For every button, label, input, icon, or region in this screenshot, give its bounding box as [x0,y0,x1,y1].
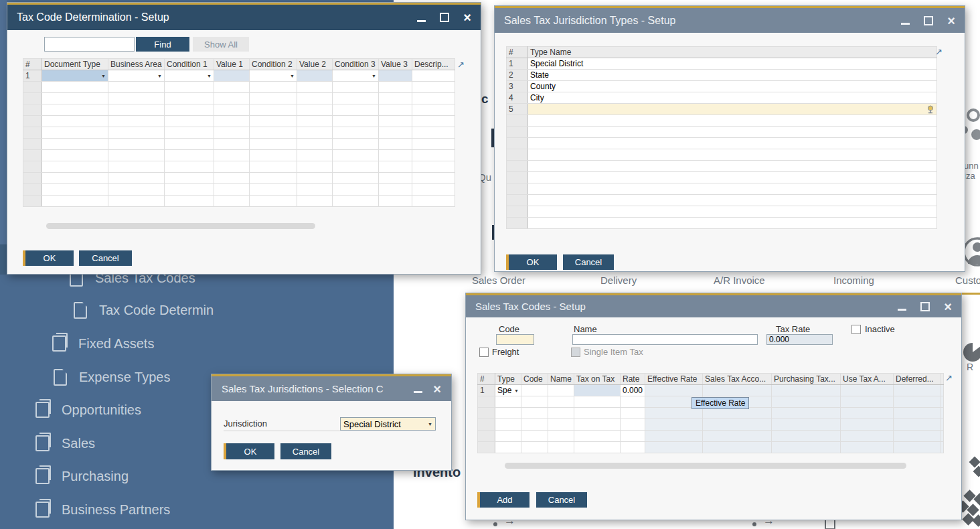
sidebar-item-label: Sales [62,436,95,451]
titlebar[interactable]: Sales Tax Codes - Setup [466,295,961,317]
grid-header-row: #Type Name [507,47,937,58]
name-label: Name [574,324,597,334]
type-name-cell[interactable]: Special District [528,58,937,70]
rate-cell[interactable]: 0.000 [621,385,645,396]
deferred-tax-cell[interactable] [894,385,941,396]
gold-accent-strip [962,293,980,295]
value-1-cell[interactable] [214,70,250,82]
grid-header-row: #TypeCode NameTax on TaxRate Effective R… [478,374,944,385]
jurisdiction-label: Jurisdiction [224,419,340,431]
background-text-fragment: iza [964,171,975,181]
minimize-icon[interactable] [901,23,910,25]
inactive-checkbox[interactable] [851,325,861,334]
sidebar-item-expense-types[interactable]: Expense Types [54,368,170,386]
dropdown-icon [157,74,162,78]
tax-on-tax-cell[interactable] [574,385,621,396]
purchasing-tax-account-cell[interactable] [772,385,841,396]
grid-row-empty [507,138,937,149]
dropdown-icon [372,74,376,78]
grid-header-row: #Document TypeBusiness Area Condition 1V… [23,59,455,70]
window-sales-tax-codes: Sales Tax Codes - Setup Code Name Tax Ra… [465,293,962,520]
name-cell[interactable] [548,385,574,396]
row-number-cell: 1 [478,385,495,396]
ok-button[interactable]: OK [506,254,557,270]
condition-1-cell[interactable] [165,70,214,82]
maximize-icon[interactable] [920,302,930,311]
background-text-fragment: R [967,362,973,372]
minimize-icon[interactable] [898,309,906,311]
minimize-icon[interactable] [414,391,422,393]
condition-3-cell[interactable] [333,70,379,82]
close-icon[interactable] [944,300,952,313]
tax-rate-input[interactable] [766,334,833,345]
sidebar-item-business-partners[interactable]: Business Partners [35,501,170,518]
titlebar[interactable]: Sales Tax Jurisdictions - Selection C [212,376,451,401]
sidebar-item-purchasing[interactable]: Purchasing [35,467,129,485]
titlebar[interactable]: Tax Code Determination - Setup [7,5,481,30]
effective-rate-cell[interactable] [645,385,703,396]
sidebar-item-sales[interactable]: Sales [35,435,95,452]
maximize-icon[interactable] [440,13,449,22]
sidebar-item-tax-code-determination[interactable]: Tax Code Determin [74,301,214,319]
close-icon[interactable] [433,382,441,396]
horizontal-scrollbar[interactable] [505,463,906,469]
grid-row-empty [478,419,944,431]
type-cell[interactable]: Spe [495,385,521,396]
search-input[interactable] [44,37,135,52]
ok-button[interactable]: OK [23,250,74,266]
maximize-icon[interactable] [924,16,933,25]
document-type-cell[interactable] [42,70,108,82]
expand-grid-icon[interactable] [935,48,943,56]
grid-row-empty [478,442,944,453]
sales-tax-account-cell[interactable] [703,385,772,396]
cancel-button[interactable]: Cancel [563,254,614,270]
sidebar-item-opportunities[interactable]: Opportunities [35,401,141,419]
show-all-button[interactable]: Show All [193,37,249,52]
dropdown-icon [101,74,106,78]
cancel-button[interactable]: Cancel [280,443,331,459]
minimize-icon[interactable] [417,20,426,22]
close-icon[interactable] [947,14,955,27]
grid-row-empty [23,104,455,116]
cancel-button[interactable]: Cancel [536,492,587,508]
process-label-customer: Custo [955,275,980,286]
name-input[interactable] [572,334,758,345]
grid-row: 1 [23,70,455,82]
freight-label: Freight [492,347,519,357]
value-3-cell[interactable] [379,70,412,82]
expand-grid-icon[interactable] [457,60,465,69]
horizontal-scrollbar[interactable] [46,223,315,229]
add-button[interactable]: Add [477,492,529,508]
grid-row-empty [23,161,455,173]
window-title: Tax Code Determination - Setup [17,11,169,23]
grid-row-empty [478,431,944,442]
close-icon[interactable] [463,11,471,24]
type-name-cell-active[interactable] [528,104,937,115]
type-name-cell[interactable]: County [528,81,937,92]
code-cell[interactable] [521,385,548,396]
grid-row-empty [23,82,455,93]
sap-b1-screen: Sales Tax Codes Tax Code Determin Fixed … [0,0,980,529]
type-name-cell[interactable]: City [528,92,937,104]
description-cell[interactable] [412,70,455,82]
expand-grid-icon[interactable] [945,374,953,382]
freight-checkbox[interactable] [479,348,489,357]
type-name-cell[interactable]: State [528,70,937,81]
dropdown-icon [514,388,519,393]
condition-2-cell[interactable] [250,70,297,82]
cancel-button[interactable]: Cancel [79,250,132,266]
find-button[interactable]: Find [136,37,189,52]
window-jurisdictions-selection-criteria: Sales Tax Jurisdictions - Selection C Ju… [211,374,452,471]
window-title: Sales Tax Jurisdiction Types - Setup [504,15,675,27]
process-label-ar-invoice: A/R Invoice [714,275,765,286]
sidebar-item-fixed-assets[interactable]: Fixed Assets [52,335,154,352]
grid-row-empty [507,127,937,138]
ok-button[interactable]: OK [224,443,274,459]
use-tax-account-cell[interactable] [841,385,894,396]
business-area-cell[interactable] [108,70,165,82]
titlebar[interactable]: Sales Tax Jurisdiction Types - Setup [495,8,965,33]
code-input[interactable] [496,334,534,345]
jurisdiction-dropdown[interactable]: Special District [340,417,436,431]
grid-row-empty [507,195,937,206]
value-2-cell[interactable] [297,70,333,82]
